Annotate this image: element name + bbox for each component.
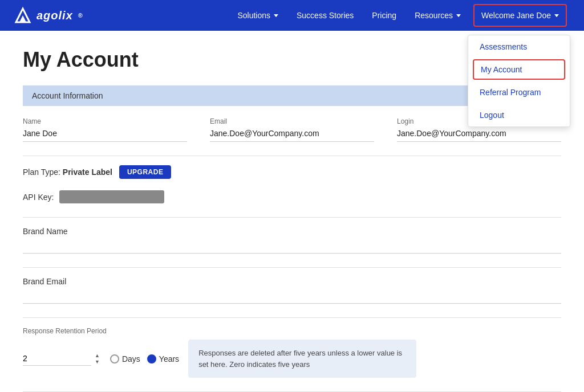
name-field: Name Jane Doe — [23, 117, 187, 142]
chevron-down-icon — [274, 14, 278, 17]
years-radio-option[interactable]: Years — [147, 354, 179, 364]
retention-input-wrap: ▲ ▼ — [23, 352, 101, 366]
chevron-down-icon — [554, 14, 559, 17]
spinner-up-button[interactable]: ▲ — [94, 353, 101, 359]
brand-name-input[interactable] — [23, 239, 561, 254]
years-radio-circle — [147, 354, 156, 364]
svg-marker-1 — [19, 15, 26, 22]
nav-success-stories[interactable]: Success Stories — [287, 0, 363, 31]
nav-solutions[interactable]: Solutions — [228, 0, 287, 31]
api-key-label: API Key: — [23, 193, 54, 202]
dropdown-assessments[interactable]: Assessments — [468, 35, 570, 58]
navbar: agolix ® Solutions Success Stories Prici… — [0, 0, 584, 31]
spinner-buttons: ▲ ▼ — [94, 353, 101, 365]
logo[interactable]: agolix ® — [14, 6, 83, 24]
brand-email-input[interactable] — [23, 289, 561, 304]
years-label: Years — [159, 354, 179, 364]
dropdown-referral-program[interactable]: Referral Program — [468, 81, 570, 104]
logo-text: agolix — [36, 9, 73, 22]
retention-input[interactable] — [23, 352, 91, 366]
upgrade-button[interactable]: UPGRADE — [119, 165, 172, 179]
nav-links: Solutions Success Stories Pricing Resour… — [228, 0, 570, 31]
brand-email-field: Brand Email — [23, 277, 561, 304]
divider-1 — [23, 156, 561, 156]
days-label: Days — [122, 354, 140, 364]
retention-info-box: Responses are deleted after five years u… — [188, 340, 416, 378]
account-label: Welcome Jane Doe — [481, 11, 551, 20]
api-key-row: API Key: █████████████ — [23, 190, 561, 203]
brand-email-label: Brand Email — [23, 277, 561, 286]
brand-name-field: Brand Name — [23, 227, 561, 254]
days-radio-circle — [110, 354, 119, 364]
account-dropdown: Assessments My Account Referral Program … — [468, 35, 570, 127]
spinner-down-button[interactable]: ▼ — [94, 359, 101, 365]
name-value: Jane Doe — [23, 129, 187, 142]
divider-3 — [23, 267, 561, 268]
chevron-down-icon — [456, 14, 461, 17]
plan-label: Plan Type: Private Label — [23, 168, 112, 177]
retention-label: Response Retention Period — [23, 327, 561, 335]
retention-section: Response Retention Period ▲ ▼ Days Years — [23, 327, 561, 378]
email-field: Email Jane.Doe@YourCompany.com — [210, 117, 374, 142]
email-label: Email — [210, 117, 374, 125]
dropdown-my-account[interactable]: My Account — [473, 59, 565, 80]
brand-name-label: Brand Name — [23, 227, 561, 236]
nav-resources[interactable]: Resources — [405, 0, 470, 31]
email-value: Jane.Doe@YourCompany.com — [210, 129, 374, 142]
nav-pricing[interactable]: Pricing — [363, 0, 405, 31]
divider-2 — [23, 217, 561, 218]
plan-row: Plan Type: Private Label UPGRADE — [23, 165, 561, 179]
api-key-value: █████████████ — [59, 190, 164, 203]
dropdown-logout[interactable]: Logout — [468, 104, 570, 126]
retention-row: ▲ ▼ Days Years Responses are deleted aft… — [23, 340, 561, 378]
login-value: Jane.Doe@YourCompany.com — [397, 129, 561, 142]
account-button[interactable]: Welcome Jane Doe — [473, 4, 567, 27]
name-label: Name — [23, 117, 187, 125]
divider-4 — [23, 317, 561, 318]
account-menu-area: Welcome Jane Doe Assessments My Account … — [470, 4, 570, 27]
days-radio-option[interactable]: Days — [110, 354, 140, 364]
radio-group: Days Years — [110, 354, 179, 364]
